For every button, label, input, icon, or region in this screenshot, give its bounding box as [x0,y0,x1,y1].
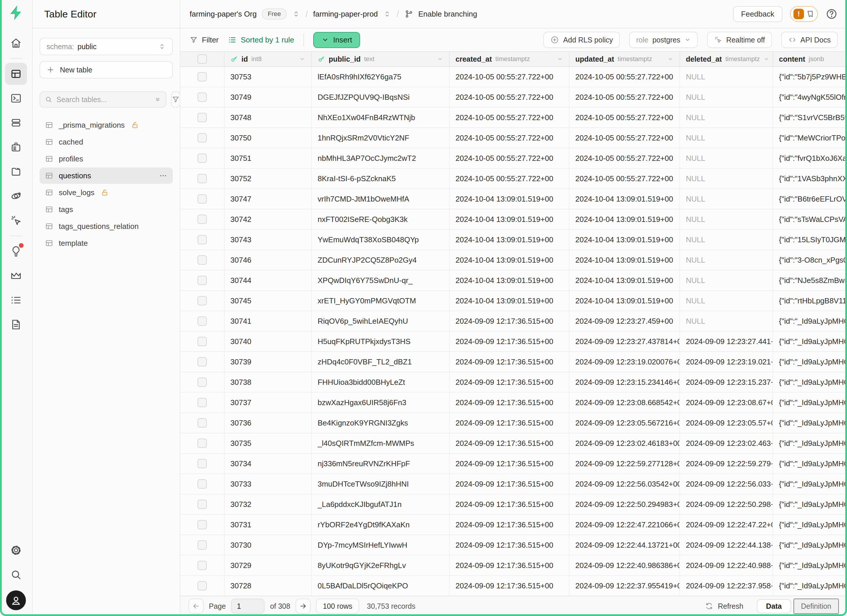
cell-id[interactable]: 30748 [224,108,312,127]
nav-settings[interactable] [5,539,27,561]
cell-content[interactable]: {"id":"_Id9aLyJpMHQLaiQC [773,515,847,535]
nav-realtime[interactable] [5,185,27,207]
cell-content[interactable]: {"id":"sTsWaLCPsVA2WuK2 [773,209,847,229]
rows-per-page-button[interactable]: 100 rows [316,598,359,614]
table-row[interactable]: 30747 vrIh7CMD-JtM1bOweMHfA 2024-10-04 1… [180,189,847,209]
next-page-button[interactable] [295,598,311,614]
cell-public-id[interactable]: 3muDHTceTWso9IZj8hHNI [312,474,450,494]
cell-deleted-at[interactable]: 2024-09-09 12:22:59.279+00 [680,454,773,473]
cell-content[interactable]: {"id":"_Id9aLyJpMHQLaiQC [773,332,847,351]
cell-created-at[interactable]: 2024-09-09 12:17:36.515+00 [450,433,570,453]
enable-branching-button[interactable]: Enable branching [404,9,477,19]
table-row[interactable]: 30738 FHHUioa3bidd00BHyLeZt 2024-09-09 1… [180,372,847,393]
help-button[interactable] [825,8,838,20]
cell-id[interactable]: 30733 [224,474,312,494]
cell-id[interactable]: 30741 [224,311,312,331]
column-header[interactable]: content jsonb [773,52,847,66]
cell-deleted-at[interactable]: 2024-09-09 12:23:27.441+00 [680,332,773,351]
table-list-item[interactable]: profiles [40,151,173,167]
cell-created-at[interactable]: 2024-10-05 00:55:27.722+00 [450,169,570,189]
page-input[interactable] [231,598,265,614]
cell-deleted-at[interactable]: NULL [680,250,773,270]
row-checkbox[interactable] [198,337,207,346]
cell-public-id[interactable]: H5uqFKpRUTPkjxdysT3HS [312,332,450,351]
table-row[interactable]: 30741 RiqOV6p_5wihLeIAEQyhU 2024-09-09 1… [180,311,847,332]
cell-deleted-at[interactable]: 2024-09-09 12:23:02.463+00 [680,433,773,453]
cell-id[interactable]: 30736 [224,413,312,433]
table-list-item[interactable]: template [40,235,173,251]
cell-updated-at[interactable]: 2024-09-09 12:23:19.020076+00 [570,352,680,372]
cell-deleted-at[interactable]: NULL [680,148,773,168]
cell-deleted-at[interactable]: 2024-09-09 12:22:47.22+00 [680,515,773,535]
cell-created-at[interactable]: 2024-09-09 12:17:36.515+00 [450,494,570,514]
cell-id[interactable]: 30734 [224,454,312,473]
cell-updated-at[interactable]: 2024-10-04 13:09:01.519+00 [570,209,680,229]
cell-public-id[interactable]: Be4KignzoK9YRGNI3Zgks [312,413,450,433]
nav-logs[interactable] [5,289,27,311]
cell-deleted-at[interactable]: NULL [680,311,773,331]
nav-storage[interactable] [5,161,27,183]
nav-home[interactable] [5,32,27,54]
row-checkbox[interactable] [198,398,207,407]
cell-public-id[interactable]: xrETI_HyGY0mPMGVqtOTM [312,291,450,311]
cell-created-at[interactable]: 2024-09-09 12:17:36.515+00 [450,352,570,372]
cell-id[interactable]: 30731 [224,515,312,535]
cell-created-at[interactable]: 2024-10-04 13:09:01.519+00 [450,271,570,290]
row-checkbox[interactable] [198,174,207,183]
cell-content[interactable]: {"id":"_Id9aLyJpMHQLaiQC [773,393,847,413]
row-checkbox[interactable] [198,459,207,468]
table-list-item[interactable]: solve_logs [40,184,173,201]
table-row[interactable]: 30736 Be4KignzoK9YRGNI3Zgks 2024-09-09 1… [180,413,847,433]
cell-id[interactable]: 30749 [224,87,312,107]
table-row[interactable]: 30746 ZDCunRYJP2CQ5Z8Po2Gy4 2024-10-04 1… [180,250,847,271]
table-list-item[interactable]: cached [40,134,173,150]
cell-public-id[interactable]: 0L5BAfDaLDl5rQOiqeKPO [312,576,450,595]
cell-content[interactable]: {"id":"fvrQ1bXoJ6XaAD08G [773,148,847,168]
cell-content[interactable]: {"id":"_Id9aLyJpMHQLaiQC [773,474,847,494]
prev-page-button[interactable] [189,598,204,614]
table-row[interactable]: 30748 NhXEo1Xw04FnB4RzWTNjb 2024-10-05 0… [180,108,847,128]
cell-content[interactable]: {"id":"S1vrVC5BrB59wqcM4 [773,108,847,127]
cell-deleted-at[interactable]: 2024-09-09 12:23:19.021+00 [680,352,773,372]
add-rls-policy-button[interactable]: Add RLS policy [543,32,620,48]
cell-created-at[interactable]: 2024-09-09 12:17:36.515+00 [450,576,570,595]
table-row[interactable]: 30728 0L5BAfDaLDl5rQOiqeKPO 2024-09-09 1… [180,576,847,595]
cell-created-at[interactable]: 2024-10-04 13:09:01.519+00 [450,291,570,311]
table-row[interactable]: 30745 xrETI_HyGY0mPMGVqtOTM 2024-10-04 1… [180,291,847,311]
cell-deleted-at[interactable]: 2024-09-09 12:22:50.298+00 [680,494,773,514]
row-checkbox[interactable] [198,520,207,529]
row-checkbox[interactable] [198,235,207,244]
nav-advisors[interactable] [5,240,27,262]
cell-updated-at[interactable]: 2024-10-05 00:55:27.722+00 [570,169,680,189]
table-list-item[interactable]: questions [40,168,173,184]
table-row[interactable]: 30753 lEfA0sRh9hIXf62Y6ga75 2024-10-05 0… [180,67,847,87]
nav-sql-editor[interactable] [5,87,27,109]
cell-content[interactable]: {"id":"_Id9aLyJpMHQLaiQC [773,311,847,331]
org-name[interactable]: farming-paper's Org [190,10,257,19]
table-row[interactable]: 30742 nxFT002ISeRE-Qobg3K3k 2024-10-04 1… [180,209,847,230]
table-list-item[interactable]: tags_questions_relation [40,218,173,234]
row-checkbox[interactable] [198,194,207,203]
table-row[interactable]: 30744 XPQwDIqY6Y75SwDnU-qr_ 2024-10-04 1… [180,271,847,291]
cell-updated-at[interactable]: 2024-09-09 12:22:44.13721+00 [570,535,680,555]
cell-created-at[interactable]: 2024-10-05 00:55:27.722+00 [450,148,570,168]
cell-content[interactable]: {"id":"3-O8cn_xPgs0cVxqKB [773,250,847,270]
cell-deleted-at[interactable]: NULL [680,108,773,127]
cell-public-id[interactable]: nbMhHL3AP7OcCJymc2wT2 [312,148,450,168]
table-row[interactable]: 30729 8yUKotr9qGYjK2eFRhgLv 2024-09-09 1… [180,556,847,576]
cell-updated-at[interactable]: 2024-10-04 13:09:01.519+00 [570,291,680,311]
table-row[interactable]: 30734 nj336mN5reuRVNZrKHFpF 2024-09-09 1… [180,454,847,474]
cell-public-id[interactable]: zHDq4c0F0VBF_TL2_dBZ1 [312,352,450,372]
cell-created-at[interactable]: 2024-10-05 00:55:27.722+00 [450,87,570,107]
cell-id[interactable]: 30744 [224,271,312,290]
user-avatar[interactable] [6,590,26,610]
row-checkbox[interactable] [198,439,207,448]
cell-deleted-at[interactable]: NULL [680,271,773,290]
row-checkbox[interactable] [198,357,207,367]
table-row[interactable]: 30749 DGEJfJZPQUV9Q-IBqsNSi 2024-10-05 0… [180,87,847,108]
cell-created-at[interactable]: 2024-10-05 00:55:27.722+00 [450,108,570,127]
table-list-item[interactable]: tags [40,201,173,218]
column-header[interactable]: public_id text [312,52,450,66]
cell-content[interactable]: {"id":"_Id9aLyJpMHQLaiQC [773,433,847,453]
table-row[interactable]: 30750 1hnRQjxSRm2V0VticY2NF 2024-10-05 0… [180,128,847,148]
